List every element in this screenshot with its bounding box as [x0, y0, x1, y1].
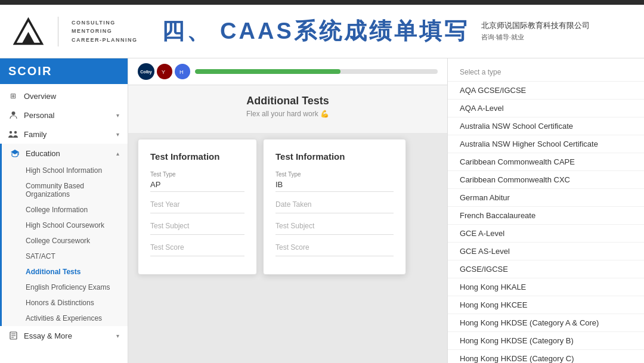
field-placeholder-test-subject-right[interactable]: Test Subject [275, 222, 394, 235]
subnav-activities[interactable]: Activities & Experiences [2, 311, 128, 326]
dropdown-item[interactable]: GCE AS-Level [448, 243, 644, 260]
subnav-additional-tests[interactable]: Additional Tests [2, 264, 128, 280]
svg-point-2 [11, 111, 15, 115]
sidebar-item-label: Family [24, 130, 47, 139]
header-title: 四、 CAAS系统成绩单填写 [162, 16, 469, 46]
svg-text:H: H [179, 69, 184, 75]
dropdown-item[interactable]: GCE A-Level [448, 225, 644, 243]
sidebar-item-family[interactable]: Family ▾ [0, 125, 128, 144]
field-placeholder-test-year[interactable]: Test Year [150, 200, 244, 213]
family-icon [8, 129, 18, 139]
subnav-college-info[interactable]: College Information [2, 202, 128, 218]
dropdown-item[interactable]: Caribbean Commonwealth CAPE [448, 153, 644, 171]
main-content: SCOIR ⊞ Overview Personal ▾ Family ▾ [0, 58, 644, 363]
chevron-down-icon: ▾ [116, 333, 119, 339]
dropdown-item[interactable]: French Baccalaureate [448, 207, 644, 225]
dropdown-item[interactable]: Australia NSW School Certificate [448, 117, 644, 135]
field-value-test-type[interactable]: AP [150, 180, 244, 192]
colby-bar: Colby Y H [128, 58, 447, 85]
subnav-college-coursework[interactable]: College Coursework [2, 233, 128, 249]
field-placeholder-test-score[interactable]: Test Score [150, 243, 244, 256]
form-field-test-type-right: Test Type IB [275, 171, 394, 192]
form-field-test-subject-right: Test Subject [275, 222, 394, 235]
grid-icon: ⊞ [8, 91, 18, 101]
subnav-community-based[interactable]: Community Based Organizations [2, 178, 128, 202]
form-field-test-type-left: Test Type AP [150, 171, 244, 192]
essay-icon [8, 331, 18, 340]
subnav-high-school-info[interactable]: High School Information [2, 163, 128, 178]
progress-fill [195, 69, 340, 74]
college-badge-3: H [175, 64, 190, 79]
form-field-test-score-left: Test Score [150, 243, 244, 256]
field-placeholder-test-subject[interactable]: Test Subject [150, 222, 244, 235]
sidebar-nav: ⊞ Overview Personal ▾ Family ▾ [0, 84, 128, 348]
additional-tests-sub: Flex all your hard work 💪 [138, 110, 438, 118]
sidebar-item-label: Overview [24, 92, 56, 101]
company-info: 北京师说国际教育科技有限公司 咨询·辅导·就业 [481, 20, 590, 42]
dropdown-item[interactable]: Caribbean Commonwealth CXC [448, 171, 644, 189]
header: CONSULTING MENTORING CAREER-PLANNING 四、 … [0, 5, 644, 58]
form-left: Test Information Test Type AP Test Year … [138, 139, 257, 275]
form-left-title: Test Information [150, 151, 244, 162]
consulting-text: CONSULTING MENTORING CAREER-PLANNING [72, 18, 138, 44]
college-badge-2: Y [157, 64, 172, 79]
logo-area: CONSULTING MENTORING CAREER-PLANNING [12, 17, 138, 46]
logo-divider [58, 17, 58, 46]
chevron-down-icon: ▾ [116, 112, 119, 119]
dropdown-item[interactable]: Hong Kong HKCEE [448, 296, 644, 314]
dropdown-item[interactable]: German Abitur [448, 189, 644, 207]
dropdown-item[interactable]: Hong Kong HKDSE (Category C) [448, 350, 644, 363]
svg-point-4 [14, 131, 17, 133]
form-field-test-subject-left: Test Subject [150, 222, 244, 235]
college-badge-colby: Colby [138, 63, 154, 80]
company-name: 北京师说国际教育科技有限公司 [481, 20, 590, 32]
form-right-title: Test Information [275, 151, 394, 162]
chevron-down-icon: ▾ [116, 131, 119, 138]
company-logo [12, 17, 45, 46]
edu-icon [10, 148, 20, 158]
subnav-english-proficiency[interactable]: English Proficiency Exams [2, 280, 128, 295]
sidebar-item-overview[interactable]: ⊞ Overview [0, 86, 128, 106]
scoir-header: SCOIR [0, 58, 128, 84]
company-sub: 咨询·辅导·就业 [481, 32, 590, 43]
subnav-high-school-coursework[interactable]: High School Coursework [2, 218, 128, 233]
additional-tests-title: Additional Tests [138, 95, 438, 107]
svg-text:Y: Y [162, 69, 165, 75]
sidebar-item-personal[interactable]: Personal ▾ [0, 106, 128, 125]
dropdown-item[interactable]: AQA A-Level [448, 100, 644, 117]
progress-bar [195, 69, 438, 74]
sidebar-item-label: Personal [24, 111, 54, 120]
field-value-test-type-right[interactable]: IB [275, 180, 394, 192]
content-area: Colby Y H Additional Tests Flex all your… [128, 58, 447, 363]
form-field-test-year: Test Year [150, 200, 244, 213]
sidebar-item-label: Education [26, 149, 60, 158]
right-panel: Select a type AQA GCSE/IGCSE AQA A-Level… [447, 58, 644, 363]
svg-point-3 [10, 131, 12, 133]
subnav-sat-act[interactable]: SAT/ACT [2, 249, 128, 264]
sidebar-item-label: Essay & More [24, 331, 72, 340]
sidebar: SCOIR ⊞ Overview Personal ▾ Family ▾ [0, 58, 128, 363]
dropdown-item[interactable]: Hong Kong HKDSE (Category A & Core) [448, 314, 644, 332]
person-icon [8, 110, 18, 120]
dropdown-item[interactable]: Hong Kong HKALE [448, 278, 644, 296]
subnav-honors[interactable]: Honors & Distinctions [2, 295, 128, 311]
additional-tests-area: Additional Tests Flex all your hard work… [128, 85, 447, 133]
field-placeholder-date-taken[interactable]: Date Taken [275, 200, 394, 213]
dropdown-item[interactable]: AQA GCSE/IGCSE [448, 82, 644, 100]
form-field-test-score-right: Test Score [275, 243, 394, 256]
dropdown-item[interactable]: GCSE/IGCSE [448, 260, 644, 278]
svg-marker-1 [22, 32, 35, 44]
sidebar-item-education[interactable]: Education ▴ [2, 144, 128, 163]
top-bar [0, 0, 644, 5]
field-placeholder-test-score-right[interactable]: Test Score [275, 243, 394, 256]
form-right: Test Information Test Type IB Date Taken… [263, 139, 406, 275]
education-section: Education ▴ High School Information Comm… [0, 144, 128, 326]
field-label-test-type-right: Test Type [275, 171, 394, 178]
sidebar-item-essay[interactable]: Essay & More ▾ [0, 326, 128, 345]
field-label-test-type: Test Type [150, 171, 244, 178]
forms-container: Test Information Test Type AP Test Year … [128, 133, 447, 281]
dropdown-item[interactable]: Hong Kong HKDSE (Category B) [448, 332, 644, 350]
scoir-logo: SCOIR [8, 64, 52, 77]
colby-logos: Colby Y H [138, 63, 190, 80]
dropdown-item[interactable]: Australia NSW Higher School Certificate [448, 135, 644, 153]
